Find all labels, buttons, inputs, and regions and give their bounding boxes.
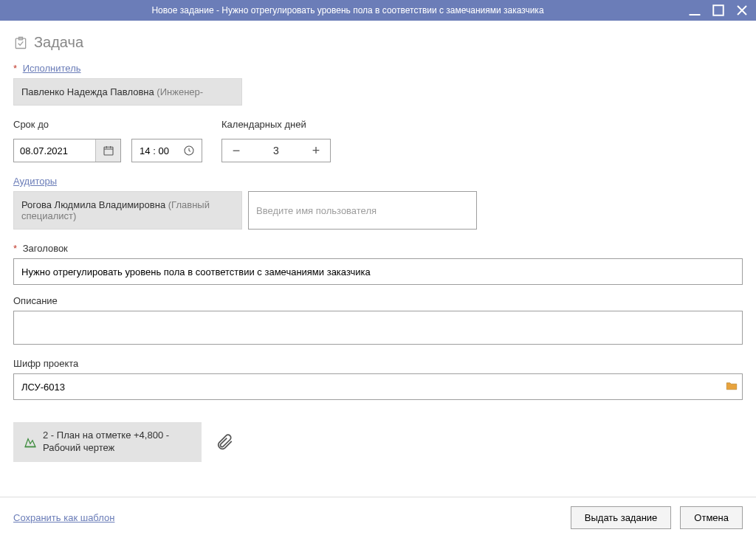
- window-title: Новое задание - Нужно отрегулировать уро…: [7, 5, 688, 15]
- attach-button[interactable]: [215, 432, 234, 452]
- auditor-search-input[interactable]: [248, 191, 477, 230]
- auditor-name: Рогова Людмила Владимировна: [21, 199, 165, 210]
- attachment-label: 2 - План на отметке +4,800 - Рабочий чер…: [43, 430, 191, 455]
- date-input[interactable]: [13, 139, 121, 162]
- auditor-chip[interactable]: Рогова Людмила Владимировна (Главный спе…: [13, 191, 242, 230]
- footer: Сохранить как шаблон Выдать задание Отме…: [0, 497, 756, 538]
- stepper-plus[interactable]: +: [302, 139, 330, 162]
- minimize-button[interactable]: [688, 4, 701, 17]
- assignee-chip[interactable]: Павленко Надежда Павловна (Инженер-: [13, 78, 242, 106]
- stepper-minus[interactable]: −: [222, 139, 250, 162]
- project-code-label: Шифр проекта: [13, 358, 743, 369]
- svg-rect-5: [104, 147, 113, 155]
- time-field[interactable]: [132, 145, 176, 156]
- auditors-row: Рогова Людмила Владимировна (Главный спе…: [13, 191, 743, 230]
- clock-button[interactable]: [176, 139, 202, 162]
- required-asterisk: *: [13, 63, 17, 74]
- title-label: Заголовок: [23, 243, 68, 254]
- attachment-chip[interactable]: 2 - План на отметке +4,800 - Рабочий чер…: [13, 422, 202, 462]
- page-title-text: Задача: [34, 34, 83, 51]
- deadline-inputs: [13, 139, 202, 162]
- stepper-value: 3: [250, 145, 302, 156]
- attachments-row: 2 - План на отметке +4,800 - Рабочий чер…: [13, 422, 743, 462]
- cancel-button[interactable]: Отмена: [680, 506, 743, 529]
- svg-rect-1: [713, 5, 724, 15]
- title-label-row: * Заголовок: [13, 243, 743, 254]
- close-button[interactable]: [735, 4, 749, 17]
- form-content: Задача * Исполнитель Павленко Надежда Па…: [0, 21, 756, 497]
- maximize-button[interactable]: [712, 4, 725, 17]
- assignee-label: * Исполнитель: [13, 63, 743, 74]
- auditors-link[interactable]: Аудиторы: [13, 176, 57, 187]
- time-input[interactable]: [131, 139, 202, 162]
- window-controls: [688, 4, 749, 17]
- task-icon: [13, 35, 28, 50]
- calendar-days-field: Календарных дней − 3 +: [221, 119, 331, 162]
- assignee-link[interactable]: Исполнитель: [23, 63, 81, 74]
- drawing-icon: [24, 435, 37, 449]
- assignee-role: (Инженер-: [157, 86, 203, 97]
- deadline-label: Срок до: [13, 119, 202, 130]
- required-asterisk: *: [13, 243, 17, 254]
- submit-button[interactable]: Выдать задание: [571, 506, 672, 529]
- description-textarea[interactable]: [13, 311, 743, 345]
- deadline-field: Срок до: [13, 119, 202, 162]
- calendar-button[interactable]: [95, 139, 120, 162]
- folder-button[interactable]: [725, 379, 738, 395]
- assignee-name: Павленко Надежда Павловна: [21, 86, 154, 97]
- project-code-row: [13, 373, 743, 400]
- project-code-input[interactable]: [13, 373, 743, 400]
- days-stepper[interactable]: − 3 +: [221, 139, 331, 162]
- save-template-link[interactable]: Сохранить как шаблон: [13, 512, 114, 523]
- titlebar: Новое задание - Нужно отрегулировать уро…: [0, 0, 756, 21]
- page-title: Задача: [13, 34, 743, 51]
- title-input[interactable]: [13, 258, 743, 285]
- date-field[interactable]: [14, 145, 95, 156]
- auditors-label-row: Аудиторы: [13, 176, 743, 187]
- deadline-row: Срок до: [13, 119, 743, 162]
- calendar-days-label: Календарных дней: [221, 119, 331, 130]
- description-label: Описание: [13, 295, 743, 306]
